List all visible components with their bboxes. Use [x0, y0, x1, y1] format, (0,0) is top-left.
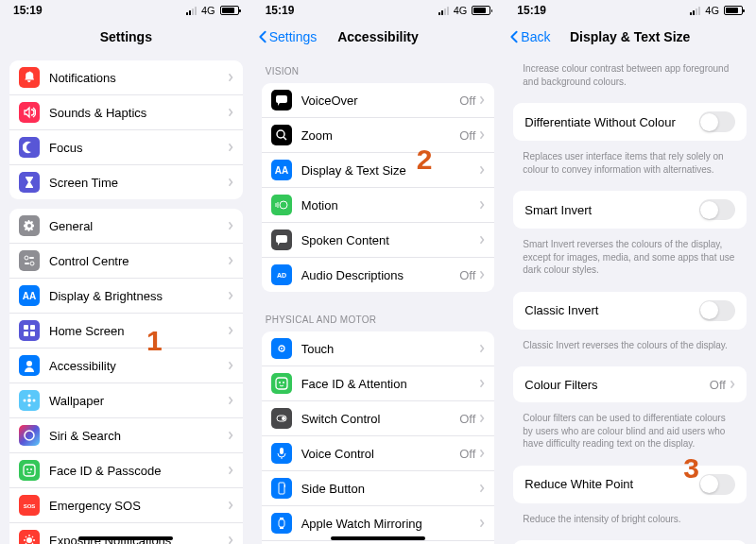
- svg-point-36: [282, 416, 285, 420]
- home-indicator: [78, 536, 173, 540]
- footer-text: Colour filters can be used to differenti…: [504, 408, 756, 460]
- signal-icon: [690, 7, 700, 15]
- chevron-right-icon: [228, 462, 233, 479]
- svg-text:SOS: SOS: [24, 503, 36, 509]
- row-smart-invert[interactable]: Smart Invert: [513, 191, 747, 229]
- row-auto-brightness[interactable]: Auto-Brightness: [513, 540, 747, 544]
- motor-group: TouchFace ID & AttentionSwitch ControlOf…: [262, 332, 495, 544]
- toggle[interactable]: [699, 111, 735, 132]
- status-bar: 15:19 4G: [252, 0, 505, 21]
- row-label: Voice Control: [301, 447, 460, 461]
- svg-rect-32: [276, 378, 287, 389]
- row-sounds-haptics[interactable]: Sounds & Haptics: [9, 95, 243, 130]
- row-label: Touch: [301, 342, 480, 356]
- toggle[interactable]: [699, 300, 735, 321]
- row-display-text-size[interactable]: AADisplay & Text Size: [262, 153, 495, 188]
- row-spoken-content[interactable]: Spoken Content: [262, 223, 495, 258]
- switch-control-icon: [271, 408, 292, 429]
- row-emergency-sos[interactable]: SOSEmergency SOS: [9, 488, 243, 523]
- row-home-screen[interactable]: Home Screen: [9, 314, 243, 348]
- row-colour-filters[interactable]: Colour FiltersOff: [513, 366, 747, 402]
- content[interactable]: NotificationsSounds & HapticsFocusScreen…: [0, 53, 252, 544]
- row-face-id-passcode[interactable]: Face ID & Passcode: [9, 453, 243, 488]
- row-label: Side Button: [301, 482, 480, 496]
- row-label: Smart Invert: [524, 203, 699, 217]
- row-label: Apple Watch Mirroring: [301, 517, 480, 531]
- svg-rect-42: [280, 527, 284, 529]
- row-value: Off: [459, 412, 475, 426]
- wallpaper-icon: [19, 390, 40, 411]
- toggle[interactable]: [699, 199, 735, 220]
- row-value: Off: [459, 268, 475, 282]
- row-touch[interactable]: Touch: [262, 332, 495, 366]
- svg-rect-40: [279, 519, 284, 527]
- screen-time-icon: [19, 172, 40, 193]
- row-label: VoiceOver: [301, 94, 460, 108]
- row-exposure-notifications[interactable]: Exposure Notifications: [9, 523, 243, 544]
- row-notifications[interactable]: Notifications: [9, 60, 243, 95]
- svg-point-25: [277, 130, 284, 138]
- chevron-right-icon: [228, 497, 233, 514]
- footer-text: Reduce the intensity of bright colours.: [504, 509, 756, 536]
- row-focus[interactable]: Focus: [9, 130, 243, 165]
- nav-bar: Settings: [0, 21, 252, 53]
- row-face-id-attention[interactable]: Face ID & Attention: [262, 366, 495, 401]
- row-label: Home Screen: [49, 324, 228, 338]
- row-voiceover[interactable]: VoiceOverOff: [262, 83, 495, 118]
- row-control-centre[interactable]: Control Centre: [9, 244, 243, 279]
- row-classic-invert[interactable]: Classic Invert: [513, 292, 747, 330]
- row-display-brightness[interactable]: AADisplay & Brightness: [9, 279, 243, 314]
- chevron-right-icon: [228, 427, 233, 444]
- row-label: Sounds & Haptics: [49, 106, 228, 120]
- footer-text: Classic Invert reverses the colours of t…: [504, 335, 756, 362]
- chevron-right-icon: [228, 174, 233, 191]
- row-label: Siri & Search: [49, 429, 228, 443]
- footer-text: Smart Invert reverses the colours of the…: [504, 234, 756, 286]
- row-label: Emergency SOS: [49, 499, 228, 513]
- svg-rect-3: [25, 263, 29, 264]
- svg-point-13: [24, 400, 26, 402]
- svg-point-20: [26, 537, 32, 543]
- display-text-size-screen: 15:19 4G Back Display & Text Size Increa…: [504, 0, 756, 544]
- row-side-button[interactable]: Side Button: [262, 471, 495, 506]
- row-switch-control[interactable]: Switch ControlOff: [262, 401, 495, 436]
- row-zoom[interactable]: ZoomOff: [262, 118, 495, 153]
- svg-point-10: [27, 399, 31, 402]
- row-differentiate-without-colour[interactable]: Differentiate Without Colour: [513, 103, 747, 141]
- back-button[interactable]: Settings: [258, 29, 318, 44]
- toggle[interactable]: [699, 474, 735, 495]
- svg-rect-16: [24, 465, 35, 476]
- row-general[interactable]: General: [9, 209, 243, 244]
- svg-text:AA: AA: [23, 291, 36, 301]
- svg-rect-5: [24, 325, 28, 330]
- row-value: Off: [459, 94, 475, 108]
- row-label: Colour Filters: [524, 378, 710, 392]
- vision-group: VoiceOverOffZoomOffAADisplay & Text Size…: [262, 83, 495, 292]
- chevron-right-icon: [479, 375, 485, 392]
- row-value: Off: [710, 378, 726, 392]
- row-label: Notifications: [49, 71, 228, 85]
- row-screen-time[interactable]: Screen Time: [9, 165, 243, 199]
- row-accessibility[interactable]: Accessibility: [9, 348, 243, 383]
- signal-icon: [186, 7, 197, 15]
- network-label: 4G: [705, 5, 719, 16]
- status-indicators: 4G: [186, 5, 239, 16]
- content[interactable]: Increase colour contrast between app for…: [504, 53, 756, 544]
- row-voice-control[interactable]: Voice ControlOff: [262, 436, 495, 471]
- chevron-right-icon: [479, 127, 485, 144]
- row-value: Off: [459, 447, 475, 461]
- row-reduce-white-point[interactable]: Reduce White Point: [513, 466, 747, 503]
- svg-rect-37: [280, 448, 284, 454]
- back-button[interactable]: Back: [509, 29, 550, 44]
- row-wallpaper[interactable]: Wallpaper: [9, 383, 243, 418]
- side-button-icon: [271, 478, 292, 499]
- emergency-sos-icon: SOS: [19, 495, 40, 516]
- svg-text:AA: AA: [275, 165, 288, 176]
- svg-rect-7: [24, 332, 28, 336]
- row-siri-search[interactable]: Siri & Search: [9, 418, 243, 453]
- row-audio-descriptions[interactable]: ADAudio DescriptionsOff: [262, 258, 495, 292]
- row-motion[interactable]: Motion: [262, 188, 495, 223]
- chevron-right-icon: [479, 515, 485, 532]
- content[interactable]: VISION VoiceOverOffZoomOffAADisplay & Te…: [252, 53, 505, 544]
- chevron-right-icon: [479, 266, 485, 283]
